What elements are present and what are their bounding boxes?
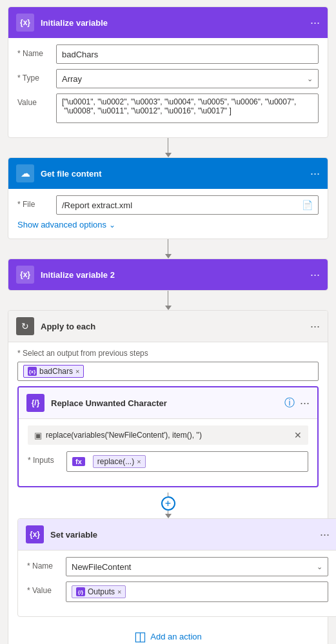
- set-variable-body: * Name NewFileContent ⌄ * Value {/}: [18, 551, 336, 616]
- set-name-select[interactable]: NewFileContent ⌄: [66, 557, 328, 576]
- plus-connector: +: [17, 493, 319, 518]
- file-label: * File: [17, 195, 50, 209]
- formula-row: ▣ replace(variables('NewFileContent'), i…: [28, 425, 308, 445]
- file-browse-icon[interactable]: 📄: [302, 200, 313, 210]
- formula-icon: ▣: [34, 431, 42, 440]
- name-row: * Name badChars: [17, 44, 319, 64]
- variable-icon: {x}: [16, 14, 34, 32]
- apply-each-title: Apply to each: [41, 322, 310, 331]
- set-variable-card: {x} Set variable ··· * Name NewFileConte…: [17, 518, 336, 617]
- chevron-down-icon: ⌄: [307, 75, 313, 83]
- arrow-head-3: [165, 306, 172, 310]
- add-action-icon: ◫: [134, 629, 146, 644]
- replace-char-title: Replace Unwanted Character: [51, 398, 284, 408]
- tag-input[interactable]: {x} badChars ×: [17, 362, 319, 381]
- set-value-row: * Value {/} Outputs ×: [27, 581, 328, 602]
- add-action-wrap: ◫ Add an action: [17, 617, 319, 644]
- advanced-options-link[interactable]: Show advanced options ⌄: [17, 220, 319, 229]
- set-variable-header: {x} Set variable ···: [18, 519, 336, 551]
- tag-remove-icon[interactable]: ×: [75, 367, 79, 375]
- outputs-variable-icon: {/}: [76, 587, 85, 596]
- value-row: Value ["\u0001", "\u0002", "\u0003", "\u…: [17, 93, 319, 123]
- formula-text: replace(variables('NewFileContent'), ite…: [46, 431, 294, 440]
- inputs-row: * Inputs fx replace(...) ×: [28, 451, 308, 472]
- fx-badge: fx: [72, 457, 85, 466]
- add-action-button[interactable]: ◫ Add an action: [134, 623, 202, 644]
- arrow-line-2: [168, 239, 169, 254]
- arrow-line: [168, 138, 169, 153]
- replace-char-body: ▣ replace(variables('NewFileContent'), i…: [19, 419, 317, 486]
- replace-char-card: {/} Replace Unwanted Character ⓘ ··· ▣ r…: [17, 386, 319, 487]
- set-name-chevron: ⌄: [317, 563, 322, 571]
- set-name-label: * Name: [27, 557, 59, 571]
- get-file-more[interactable]: ···: [310, 167, 320, 181]
- name-label: * Name: [17, 44, 50, 58]
- connector-1: [165, 138, 172, 157]
- init-variable2-title: Initialize variable 2: [41, 270, 310, 280]
- connector-2: [165, 239, 172, 259]
- apply-each-header: ↻ Apply to each ···: [8, 311, 328, 342]
- apply-each-more[interactable]: ···: [310, 320, 320, 333]
- apply-each-icon: ↻: [16, 317, 34, 335]
- plus-arrow-head: [165, 514, 172, 518]
- set-value-label: * Value: [27, 581, 59, 595]
- inputs-field[interactable]: fx replace(...) ×: [66, 451, 308, 472]
- apply-each-card: ↻ Apply to each ··· * Select an output f…: [8, 310, 328, 644]
- plus-line-top: [168, 493, 169, 496]
- init-variable-title: Initialize variable: [41, 18, 310, 28]
- init-variable-more[interactable]: ···: [310, 16, 320, 30]
- variable2-icon: {x}: [16, 266, 34, 284]
- set-value-input[interactable]: {/} Outputs ×: [66, 581, 328, 602]
- set-variable-title: Set variable: [50, 530, 320, 540]
- init-variable2-more[interactable]: ···: [310, 268, 320, 282]
- get-file-card: ☁ Get file content ··· * File /Report ex…: [8, 157, 328, 239]
- get-file-title: Get file content: [41, 169, 310, 179]
- add-step-button[interactable]: +: [161, 496, 175, 511]
- tag-variable-icon: {x}: [28, 367, 37, 376]
- get-file-body: * File /Report extract.xml 📄 Show advanc…: [8, 189, 328, 239]
- replace-char-more[interactable]: ···: [300, 396, 310, 410]
- type-select[interactable]: Array ⌄: [56, 69, 319, 88]
- inputs-label: * Inputs: [28, 451, 60, 465]
- select-output-label: * Select an output from previous steps: [17, 349, 319, 358]
- formula-close-icon[interactable]: ✕: [294, 430, 302, 440]
- replace-remove-icon[interactable]: ×: [137, 458, 141, 465]
- get-file-header: ☁ Get file content ···: [8, 158, 328, 189]
- type-row: * Type Array ⌄: [17, 69, 319, 88]
- file-input[interactable]: /Report extract.xml 📄: [56, 195, 319, 215]
- chevron-down-icon: ⌄: [109, 220, 115, 229]
- outputs-tag: {/} Outputs ×: [72, 585, 126, 598]
- init-variable-header: {x} Initialize variable ···: [8, 7, 328, 38]
- set-name-row: * Name NewFileContent ⌄: [27, 557, 328, 576]
- init-variable-card: {x} Initialize variable ··· * Name badCh…: [8, 6, 328, 138]
- init-variable2-card: {x} Initialize variable 2 ···: [8, 259, 328, 291]
- info-icon[interactable]: ⓘ: [284, 396, 295, 410]
- replace-tag: replace(...) ×: [93, 455, 146, 468]
- connector-3: [165, 291, 172, 310]
- arrow-head: [165, 153, 172, 157]
- value-label: Value: [17, 93, 50, 107]
- apply-each-body: * Select an output from previous steps {…: [8, 342, 328, 644]
- outputs-remove-icon[interactable]: ×: [117, 588, 121, 596]
- badchars-tag: {x} badChars ×: [23, 365, 84, 378]
- set-variable-more[interactable]: ···: [320, 528, 330, 542]
- init-variable2-header: {x} Initialize variable 2 ···: [8, 259, 328, 290]
- value-input[interactable]: ["\u0001", "\u0002", "\u0003", "\u0004",…: [56, 93, 319, 123]
- replace-char-header: {/} Replace Unwanted Character ⓘ ···: [19, 387, 317, 419]
- name-input[interactable]: badChars: [56, 44, 319, 64]
- file-row: * File /Report extract.xml 📄: [17, 195, 319, 215]
- arrow-line-3: [168, 291, 169, 306]
- arrow-head-2: [165, 254, 172, 259]
- cloud-icon: ☁: [16, 164, 34, 182]
- init-variable-body: * Name badChars * Type Array ⌄ Value ["\…: [8, 38, 328, 137]
- type-label: * Type: [17, 69, 50, 83]
- set-variable-icon: {x}: [26, 525, 44, 543]
- replace-char-icon: {/}: [26, 394, 44, 412]
